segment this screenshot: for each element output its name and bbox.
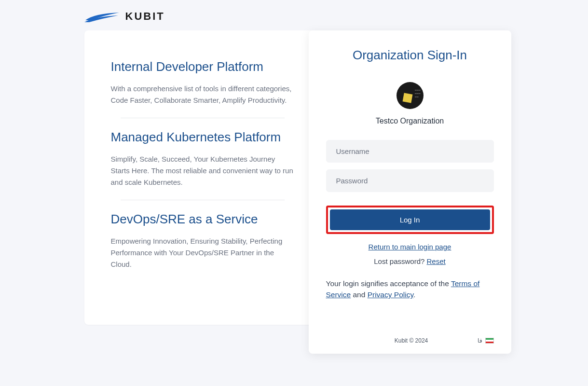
- feature-block: DevOps/SRE as a Service Empowering Innov…: [111, 212, 294, 270]
- divider: [121, 118, 285, 118]
- logo-icon: [84, 10, 121, 23]
- login-button[interactable]: Log In: [330, 209, 490, 230]
- login-panel: Organization Sign-In ━━━━━━━━ Testco Org…: [309, 30, 511, 354]
- divider: [121, 200, 285, 200]
- username-input[interactable]: [326, 140, 494, 163]
- login-button-highlight: Log In: [326, 206, 494, 234]
- feature-desc: Empowering Innovation, Ensuring Stabilit…: [111, 235, 294, 270]
- return-main-login-link[interactable]: Return to main login page: [369, 243, 451, 251]
- lost-password-text: Lost password? Reset: [326, 257, 494, 265]
- reset-password-link[interactable]: Reset: [427, 257, 446, 265]
- feature-block: Managed Kubernetes Platform Simplify, Sc…: [111, 130, 294, 188]
- feature-desc: With a comprehensive list of tools in di…: [111, 83, 294, 106]
- flag-icon: [485, 338, 494, 344]
- language-switcher[interactable]: فا: [478, 337, 494, 344]
- brand-name: KUBIT: [125, 10, 165, 23]
- brand-logo: KUBIT: [84, 10, 504, 23]
- login-title: Organization Sign-In: [326, 48, 494, 63]
- feature-title: Managed Kubernetes Platform: [111, 130, 294, 145]
- lang-label: فا: [478, 337, 482, 344]
- privacy-policy-link[interactable]: Privacy Policy: [368, 290, 413, 299]
- feature-title: Internal Developer Platform: [111, 59, 294, 74]
- org-name: Testco Organization: [326, 117, 494, 125]
- feature-title: DevOps/SRE as a Service: [111, 212, 294, 227]
- org-avatar: ━━━━━━━━: [397, 82, 424, 109]
- feature-block: Internal Developer Platform With a compr…: [111, 59, 294, 106]
- footer-copyright: Kubit © 2024: [345, 337, 478, 344]
- password-input[interactable]: [326, 169, 494, 192]
- legal-text: Your login signifies acceptance of the T…: [326, 278, 494, 301]
- feature-desc: Simplify, Scale, Succeed, Your Kubernete…: [111, 153, 294, 188]
